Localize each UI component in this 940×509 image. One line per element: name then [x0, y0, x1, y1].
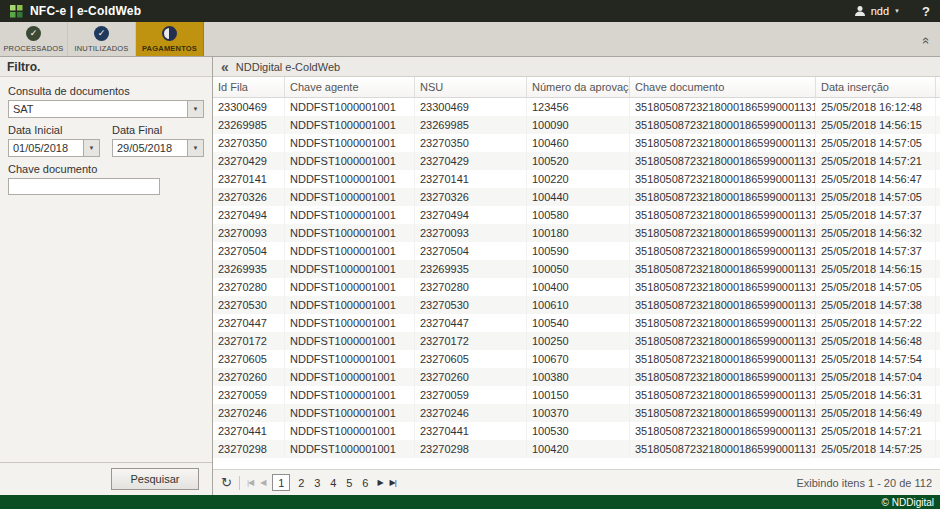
grid-cell: NDDFST1000001001 [285, 188, 415, 206]
grid-cell: 100220 [527, 170, 630, 188]
table-row[interactable]: 23269985NDDFST10000010012326998510009035… [213, 116, 940, 134]
grid-cell: 351805087232180001865990001131100933375 [630, 404, 816, 422]
user-menu[interactable]: ndd ▼ [854, 5, 900, 17]
grid-cell: 351805087232180001865990001131100933375 [630, 206, 816, 224]
grid-cell: 23270350 [213, 134, 285, 152]
consulta-select[interactable]: SAT ▼ [8, 100, 204, 118]
grid-cell: 25/05/2018 14:56:49 [816, 404, 936, 422]
last-page-button[interactable]: ▶| [390, 478, 396, 487]
grid-cell: NDDFST1000001001 [285, 350, 415, 368]
table-row[interactable]: 23270504NDDFST10000010012327050410059035… [213, 242, 940, 260]
column-header[interactable]: NSU [415, 77, 527, 97]
grid-cell: 23270172 [213, 332, 285, 350]
results-title: NDDigital e-ColdWeb [236, 61, 340, 73]
grid-cell: 351805087232180001865990001131100933375 [630, 422, 816, 440]
table-row[interactable]: 23270246NDDFST10000010012327024610037035… [213, 404, 940, 422]
page-button-5[interactable]: 5 [344, 477, 354, 489]
collapse-left-icon[interactable]: « [221, 58, 229, 76]
grid-cell: 25/05/2018 16:12:48 [816, 98, 936, 116]
chevron-down-icon[interactable]: ▼ [187, 140, 203, 156]
data-final-select[interactable]: 29/05/2018 ▼ [112, 139, 204, 157]
first-page-button[interactable]: |◀ [247, 478, 253, 487]
pesquisar-button[interactable]: Pesquisar [111, 468, 199, 490]
grid-cell: 351805087232180001865990001131100933375 [630, 242, 816, 260]
filter-panel: Filtro. Consulta de documentos SAT ▼ Dat… [0, 57, 213, 495]
column-header[interactable]: Chave documento [630, 77, 816, 97]
table-row[interactable]: 23270429NDDFST10000010012327042910052035… [213, 152, 940, 170]
grid-cell: 23270429 [415, 152, 527, 170]
prev-page-button[interactable]: ◀ [260, 478, 265, 487]
table-row[interactable]: 23270350NDDFST10000010012327035010046035… [213, 134, 940, 152]
table-row[interactable]: 23270298NDDFST10000010012327029810042035… [213, 440, 940, 458]
page-button-3[interactable]: 3 [312, 477, 322, 489]
filter-panel-footer: Pesquisar [0, 462, 212, 495]
table-row[interactable]: 23270326NDDFST10000010012327032610044035… [213, 188, 940, 206]
table-row[interactable]: 23270260NDDFST10000010012327026010038035… [213, 368, 940, 386]
table-row[interactable]: 23300469NDDFST10000010012330046912345635… [213, 98, 940, 116]
page-button-2[interactable]: 2 [296, 477, 306, 489]
grid-cell: 100520 [527, 152, 630, 170]
table-row[interactable]: 23270494NDDFST10000010012327049410058035… [213, 206, 940, 224]
check-circle-icon: ✓ [26, 26, 41, 41]
table-row[interactable]: 23270280NDDFST10000010012327028010040035… [213, 278, 940, 296]
grid-cell: 351805087232180001865990001131100933613 [630, 98, 816, 116]
grid-cell: 351805087232180001865990001131100933375 [630, 152, 816, 170]
grid-cell: 351805087232180001865990001131100933375 [630, 350, 816, 368]
help-button[interactable]: ? [922, 4, 930, 19]
grid-cell: 23270605 [415, 350, 527, 368]
table-row[interactable]: 23270441NDDFST10000010012327044110053035… [213, 422, 940, 440]
tab-pagamentos[interactable]: PAGAMENTOS [136, 22, 204, 56]
grid-cell: 23269935 [415, 260, 527, 278]
tab-label: PAGAMENTOS [142, 44, 197, 53]
table-row[interactable]: 23270605NDDFST10000010012327060510067035… [213, 350, 940, 368]
table-row[interactable]: 23270447NDDFST10000010012327044710054035… [213, 314, 940, 332]
grid-cell: 23270260 [415, 368, 527, 386]
grid-cell: 25/05/2018 14:56:15 [816, 260, 936, 278]
grid-cell: 23270141 [415, 170, 527, 188]
date-range: Data Inicial 01/05/2018 ▼ Data Final 29/… [8, 118, 204, 157]
page-button-1[interactable]: 1 [272, 474, 290, 491]
grid-cell: 23270530 [415, 296, 527, 314]
column-header[interactable]: Chave agente [285, 77, 415, 97]
tab-inutilizados[interactable]: ✓INUTILIZADOS [68, 22, 136, 56]
grid-cell: NDDFST1000001001 [285, 134, 415, 152]
table-row[interactable]: 23270530NDDFST10000010012327053010061035… [213, 296, 940, 314]
grid-cell: 23270093 [213, 224, 285, 242]
grid-cell: 351805087232180001865990001131100933375 [630, 296, 816, 314]
table-row[interactable]: 23269935NDDFST10000010012326993510005035… [213, 260, 940, 278]
column-header[interactable]: Data inserção [816, 77, 936, 97]
grid-cell: 100050 [527, 260, 630, 278]
table-row[interactable]: 23270172NDDFST10000010012327017210025035… [213, 332, 940, 350]
grid-cell: 25/05/2018 14:57:38 [816, 296, 936, 314]
chevron-down-icon[interactable]: ▼ [187, 101, 203, 117]
column-header[interactable]: Id Fila [213, 77, 285, 97]
chevron-down-icon[interactable]: ▼ [83, 140, 99, 156]
grid-cell: 23270494 [415, 206, 527, 224]
collapse-panel-icon[interactable]: « [919, 37, 934, 44]
tab-processados[interactable]: ✓PROCESSADOS [0, 22, 68, 56]
column-header[interactable]: Número da aprovação [527, 77, 630, 97]
grid-cell: 23270441 [415, 422, 527, 440]
grid-cell: NDDFST1000001001 [285, 260, 415, 278]
table-row[interactable]: 23270059NDDFST10000010012327005910015035… [213, 386, 940, 404]
grid-cell: NDDFST1000001001 [285, 314, 415, 332]
data-final-value: 29/05/2018 [117, 142, 172, 154]
grid-cell: 23270447 [415, 314, 527, 332]
tab-label: INUTILIZADOS [74, 44, 128, 53]
page-button-4[interactable]: 4 [328, 477, 338, 489]
table-row[interactable]: 23270093NDDFST10000010012327009310018035… [213, 224, 940, 242]
app-window: NFC-e | e-ColdWeb ndd ▼ ? ✓PROCESSADOS✓I… [0, 0, 940, 509]
grid-cell: 351805087232180001865990001131100933375 [630, 386, 816, 404]
check-circle-icon: ✓ [94, 26, 109, 41]
grid-cell: 25/05/2018 14:57:37 [816, 242, 936, 260]
chave-documento-input[interactable] [8, 178, 160, 195]
grid-cell: 100590 [527, 242, 630, 260]
page-button-6[interactable]: 6 [360, 477, 370, 489]
refresh-icon[interactable]: ↻ [221, 475, 232, 490]
table-row[interactable]: 23270141NDDFST10000010012327014110022035… [213, 170, 940, 188]
grid-cell: 23270260 [213, 368, 285, 386]
data-inicial-select[interactable]: 01/05/2018 ▼ [8, 139, 100, 157]
grid-cell: 100610 [527, 296, 630, 314]
grid-cell: 351805087232180001865990001131100933375 [630, 278, 816, 296]
next-page-button[interactable]: ▶ [377, 478, 382, 487]
